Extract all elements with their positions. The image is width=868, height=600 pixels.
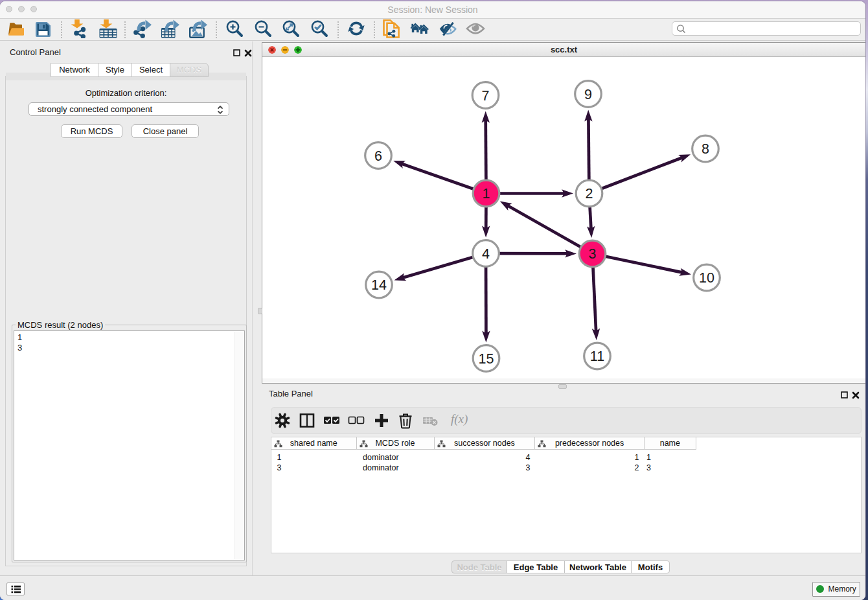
svg-text:3: 3	[589, 246, 597, 262]
svg-text:4: 4	[482, 246, 490, 262]
svg-text:7: 7	[482, 88, 490, 104]
svg-text:6: 6	[374, 148, 382, 164]
svg-text:14: 14	[371, 277, 387, 293]
svg-text:10: 10	[699, 270, 714, 286]
svg-text:11: 11	[590, 349, 604, 364]
svg-text:1: 1	[483, 186, 490, 202]
svg-text:2: 2	[586, 186, 593, 202]
svg-text:15: 15	[479, 351, 494, 367]
svg-text:8: 8	[702, 141, 709, 157]
svg-text:9: 9	[584, 87, 592, 102]
